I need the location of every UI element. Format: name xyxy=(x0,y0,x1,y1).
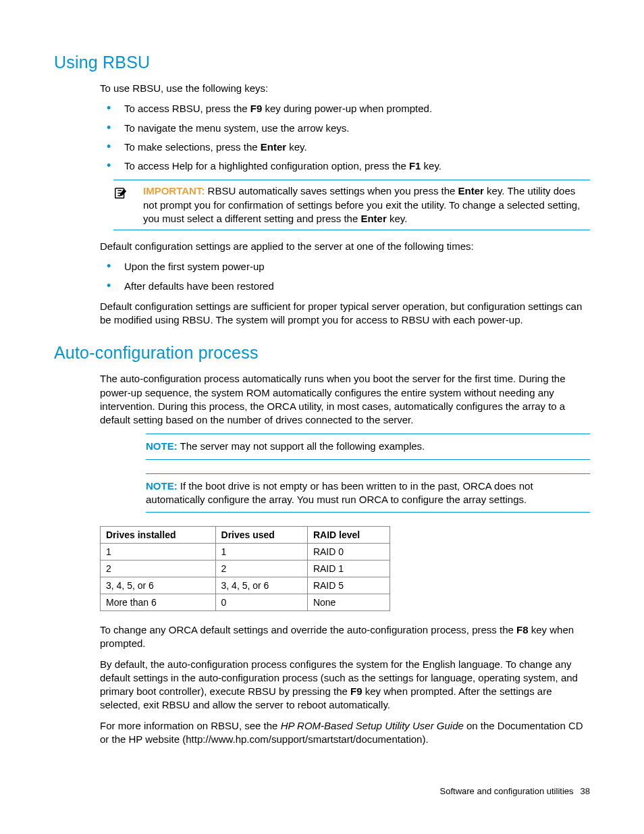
text: key. xyxy=(387,213,408,224)
table-row: 1 1 RAID 0 xyxy=(101,544,390,561)
bullet-item: To access RBSU, press the F9 key during … xyxy=(100,102,590,115)
key-name: Enter xyxy=(261,141,286,153)
body-text: To change any ORCA default settings and … xyxy=(100,623,590,651)
important-callout: IMPORTANT: RBSU automatically saves sett… xyxy=(113,180,590,230)
bullet-item: To access Help for a highlighted configu… xyxy=(100,159,590,173)
important-text: IMPORTANT: RBSU automatically saves sett… xyxy=(143,184,590,226)
text: key during power-up when prompted. xyxy=(262,103,432,114)
bullet-item: To navigate the menu system, use the arr… xyxy=(100,122,590,135)
doc-title-italic: HP ROM-Based Setup Utility User Guide xyxy=(281,720,464,731)
table-row: More than 6 0 None xyxy=(101,594,390,611)
text: To navigate the menu system, use the arr… xyxy=(124,122,350,134)
table-cell: 2 xyxy=(101,561,216,577)
text: RBSU automatically saves settings when y… xyxy=(205,185,458,197)
key-name: F9 xyxy=(350,685,363,697)
important-icon xyxy=(113,184,143,226)
section1-body: To use RBSU, use the following keys: To … xyxy=(100,82,590,327)
text: For more information on RBSU, see the xyxy=(100,720,281,731)
bullet-list-keys: To access RBSU, press the F9 key during … xyxy=(100,102,590,173)
table-cell: More than 6 xyxy=(101,594,216,611)
page: Using RBSU To use RBSU, use the followin… xyxy=(0,0,644,834)
bullet-list-times: Upon the first system power-up After def… xyxy=(100,260,590,293)
table-header-row: Drives installed Drives used RAID level xyxy=(101,527,390,544)
table-cell: 1 xyxy=(101,544,216,561)
body-text: Default configuration settings are suffi… xyxy=(100,300,590,328)
body-text: By default, the auto-configuration proce… xyxy=(100,658,590,712)
body-text: The auto-configuration process automatic… xyxy=(100,372,590,427)
intro-text: To use RBSU, use the following keys: xyxy=(100,82,590,95)
bullet-item: After defaults have been restored xyxy=(100,280,590,293)
note-label: NOTE: xyxy=(146,440,178,452)
table-row: 3, 4, 5, or 6 3, 4, 5, or 6 RAID 5 xyxy=(101,577,390,594)
bullet-item: Upon the first system power-up xyxy=(100,260,590,273)
heading-using-rbsu: Using RBSU xyxy=(54,53,590,72)
text: key. xyxy=(421,160,441,172)
table-cell: None xyxy=(307,594,390,611)
page-footer: Software and configuration utilities38 xyxy=(440,786,590,796)
note-callout-1: NOTE: The server may not support all the… xyxy=(146,434,590,459)
table-header: Drives installed xyxy=(101,527,216,544)
key-name: F8 xyxy=(516,624,529,635)
text: To access Help for a highlighted configu… xyxy=(124,160,409,172)
note-label: NOTE: xyxy=(146,480,178,492)
footer-section-title: Software and configuration utilities xyxy=(440,786,574,796)
table-cell: 1 xyxy=(215,544,307,561)
important-label: IMPORTANT: xyxy=(143,185,205,197)
key-name: F1 xyxy=(409,160,421,172)
body-text: Default configuration settings are appli… xyxy=(100,240,590,253)
table-header: RAID level xyxy=(307,527,390,544)
note-text: The server may not support all the follo… xyxy=(178,440,425,452)
table-cell: 2 xyxy=(215,561,307,577)
key-name: Enter xyxy=(458,185,484,197)
table-cell: RAID 1 xyxy=(307,561,390,577)
heading-auto-config: Auto-configuration process xyxy=(54,343,590,363)
body-text: For more information on RBSU, see the HP… xyxy=(100,719,590,747)
text: key. xyxy=(286,141,307,153)
raid-table: Drives installed Drives used RAID level … xyxy=(100,526,390,611)
note-text: If the boot drive is not empty or has be… xyxy=(146,480,533,505)
key-name: F9 xyxy=(250,103,263,114)
bullet-item: To make selections, press the Enter key. xyxy=(100,140,590,154)
table-cell: 3, 4, 5, or 6 xyxy=(101,577,216,594)
table-cell: RAID 0 xyxy=(307,544,390,561)
text: To make selections, press the xyxy=(124,141,261,153)
key-name: Enter xyxy=(360,213,386,224)
text: To change any ORCA default settings and … xyxy=(100,624,516,635)
table-header: Drives used xyxy=(215,527,307,544)
table-cell: RAID 5 xyxy=(307,577,390,594)
table-cell: 0 xyxy=(215,594,307,611)
page-number: 38 xyxy=(581,786,590,796)
section2-body: The auto-configuration process automatic… xyxy=(100,372,590,746)
table-row: 2 2 RAID 1 xyxy=(101,561,390,577)
table-cell: 3, 4, 5, or 6 xyxy=(215,577,307,594)
text: To access RBSU, press the xyxy=(124,103,250,114)
note-callout-2: NOTE: If the boot drive is not empty or … xyxy=(146,473,590,513)
